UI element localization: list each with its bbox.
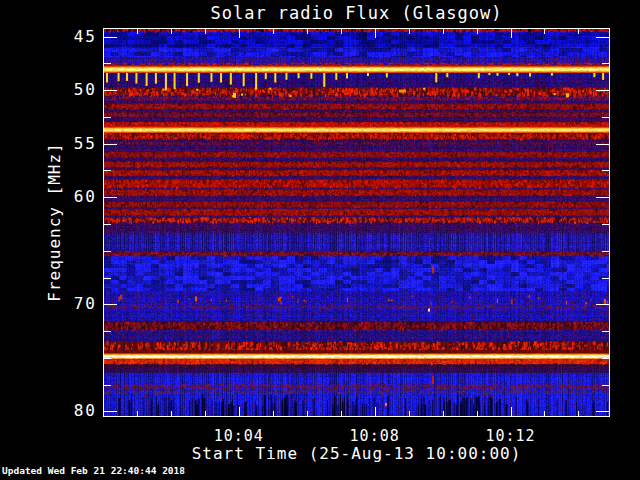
x-axis-title: Start Time (25-Aug-13 10:00:00) bbox=[103, 444, 610, 463]
y-tick-label: 50 bbox=[74, 80, 97, 100]
chart-title: Solar radio Flux (Glasgow) bbox=[103, 3, 610, 23]
x-tick-label: 10:08 bbox=[350, 427, 400, 445]
updated-timestamp: Updated Wed Feb 21 22:40:44 2018 bbox=[2, 465, 185, 476]
y-tick-label: 70 bbox=[74, 294, 97, 314]
spectrogram-canvas bbox=[103, 28, 610, 417]
spectrogram-figure: Solar radio Flux (Glasgow) Frequency [MH… bbox=[0, 0, 640, 480]
y-tick-labels: 455055607080 bbox=[0, 0, 97, 480]
y-tick-label: 55 bbox=[74, 134, 97, 154]
y-tick-label: 45 bbox=[74, 27, 97, 47]
x-tick-label: 10:04 bbox=[214, 427, 264, 445]
y-tick-label: 80 bbox=[74, 401, 97, 421]
x-tick-label: 10:12 bbox=[485, 427, 535, 445]
y-tick-label: 60 bbox=[74, 187, 97, 207]
